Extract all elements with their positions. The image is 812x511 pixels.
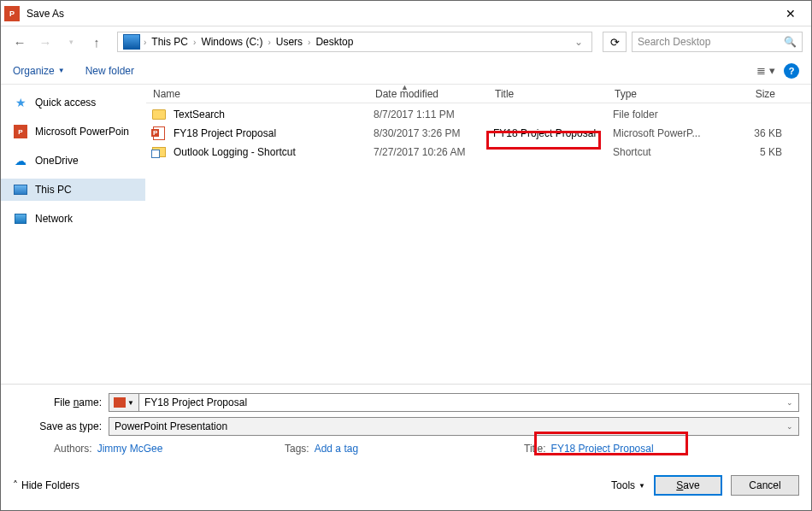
star-icon: ★ xyxy=(13,96,28,109)
file-row[interactable]: TextSearch 8/7/2017 1:11 PM File folder xyxy=(146,105,811,124)
new-folder-button[interactable]: New folder xyxy=(85,65,134,77)
file-name: FY18 Project Proposal xyxy=(174,127,374,139)
hide-folders-button[interactable]: ˄ Hide Folders xyxy=(13,479,79,491)
column-headers: ▲ Name Date modified Title Type Size xyxy=(146,85,811,103)
authors-value[interactable]: Jimmy McGee xyxy=(97,443,163,455)
file-row[interactable]: FY18 Project Proposal 8/30/2017 3:26 PM … xyxy=(146,124,811,143)
main-area: ★ Quick access P Microsoft PowerPoin ☁ O… xyxy=(1,85,811,384)
forward-button[interactable]: → xyxy=(35,32,56,52)
file-title: FY18 Project Proposal xyxy=(493,127,613,139)
toolbar: Organize ▼ New folder ≣ ▾ ? xyxy=(1,57,811,85)
sort-indicator-icon: ▲ xyxy=(401,83,409,91)
powerpoint-icon xyxy=(114,397,126,408)
sidebar-item-this-pc[interactable]: This PC xyxy=(1,179,145,201)
title-bar: P Save As ✕ xyxy=(1,1,811,26)
search-icon[interactable]: 🔍 xyxy=(784,36,797,48)
powerpoint-icon: P xyxy=(13,125,28,138)
authors-label: Authors: xyxy=(54,443,92,455)
column-title[interactable]: Title xyxy=(488,88,608,100)
file-modified: 8/7/2017 1:11 PM xyxy=(374,109,493,120)
sidebar-item-label: Microsoft PowerPoin xyxy=(35,126,129,138)
chevron-right-icon[interactable]: › xyxy=(268,38,270,47)
recent-dropdown[interactable]: ▾ xyxy=(61,32,81,52)
savetype-label: Save as type: xyxy=(13,420,109,432)
chevron-right-icon[interactable]: › xyxy=(193,38,196,47)
dropdown-icon: ▼ xyxy=(638,482,645,490)
file-row[interactable]: Outlook Logging - Shortcut 7/27/2017 10:… xyxy=(146,143,811,162)
file-modified: 7/27/2017 10:26 AM xyxy=(374,146,493,158)
chevron-right-icon[interactable]: › xyxy=(144,38,146,47)
savetype-select[interactable]: PowerPoint Presentation ⌄ xyxy=(109,417,799,436)
file-list: ▲ Name Date modified Title Type Size Tex… xyxy=(146,85,811,384)
sidebar-item-label: OneDrive xyxy=(35,155,79,167)
column-size[interactable]: Size xyxy=(714,88,782,100)
file-type: Shortcut xyxy=(613,146,719,158)
close-button[interactable]: ✕ xyxy=(774,1,808,26)
cancel-button[interactable]: Cancel xyxy=(731,475,799,496)
powerpoint-file-icon xyxy=(151,126,167,141)
sidebar-item-label: Network xyxy=(35,213,73,225)
organize-button[interactable]: Organize ▼ xyxy=(13,65,65,77)
cloud-icon: ☁ xyxy=(13,154,28,167)
sidebar-item-onedrive[interactable]: ☁ OneDrive xyxy=(1,150,145,172)
view-options-button[interactable]: ≣ ▾ xyxy=(756,64,775,77)
column-date-modified[interactable]: Date modified xyxy=(368,88,488,100)
refresh-button[interactable]: ⟳ xyxy=(603,32,627,52)
title-meta-value[interactable]: FY18 Project Proposal xyxy=(551,443,654,455)
address-bar[interactable]: › This PC › Windows (C:) › Users › Deskt… xyxy=(117,32,592,52)
address-expand-icon[interactable]: ⌄ xyxy=(571,36,586,48)
file-size: 5 KB xyxy=(719,146,782,158)
dropdown-icon[interactable]: ⌄ xyxy=(786,398,793,407)
breadcrumb-users[interactable]: Users xyxy=(274,36,304,48)
breadcrumb-desktop[interactable]: Desktop xyxy=(314,36,355,48)
breadcrumb-this-pc[interactable]: This PC xyxy=(150,36,190,48)
navigation-bar: ← → ▾ ↑ › This PC › Windows (C:) › Users… xyxy=(1,26,811,57)
dropdown-icon: ▼ xyxy=(127,399,134,407)
filename-label: File name: xyxy=(13,396,109,408)
tags-label: Tags: xyxy=(285,443,309,455)
column-type[interactable]: Type xyxy=(608,88,714,100)
network-icon xyxy=(13,212,28,226)
chevron-up-icon: ˄ xyxy=(13,479,18,491)
sidebar-item-quick-access[interactable]: ★ Quick access xyxy=(1,91,145,114)
file-type: Microsoft PowerP... xyxy=(613,127,719,139)
column-name[interactable]: Name xyxy=(146,88,368,100)
up-button[interactable]: ↑ xyxy=(86,32,107,52)
this-pc-icon xyxy=(123,34,140,50)
window-title: Save As xyxy=(26,8,774,20)
bottom-panel: File name: ▼ FY18 Project Proposal ⌄ Sav… xyxy=(1,384,811,506)
chevron-right-icon[interactable]: › xyxy=(308,38,310,47)
back-button[interactable]: ← xyxy=(9,32,30,52)
file-type: File folder xyxy=(613,109,719,120)
tags-value[interactable]: Add a tag xyxy=(315,443,358,455)
sidebar-item-network[interactable]: Network xyxy=(1,208,145,230)
shortcut-icon xyxy=(151,144,167,160)
file-name: TextSearch xyxy=(174,109,374,120)
file-modified: 8/30/2017 3:26 PM xyxy=(374,127,493,139)
breadcrumb-windows-c[interactable]: Windows (C:) xyxy=(199,36,264,48)
dropdown-icon: ▼ xyxy=(58,67,65,74)
sidebar-item-label: Quick access xyxy=(35,97,96,109)
title-meta-label: Title: xyxy=(524,443,546,455)
monitor-icon xyxy=(13,183,28,197)
save-button[interactable]: Save xyxy=(654,475,722,496)
sidebar-item-powerpoint[interactable]: P Microsoft PowerPoin xyxy=(1,120,145,143)
filename-input[interactable]: FY18 Project Proposal ⌄ xyxy=(139,393,799,412)
filetype-dropdown-button[interactable]: ▼ xyxy=(109,393,139,412)
dropdown-icon[interactable]: ⌄ xyxy=(786,422,793,431)
help-button[interactable]: ? xyxy=(784,63,799,79)
file-size: 36 KB xyxy=(719,127,782,139)
sidebar-item-label: This PC xyxy=(35,184,72,196)
tools-dropdown[interactable]: Tools ▼ xyxy=(611,479,645,491)
search-input[interactable]: Search Desktop 🔍 xyxy=(632,32,803,52)
sidebar: ★ Quick access P Microsoft PowerPoin ☁ O… xyxy=(1,85,146,384)
powerpoint-app-icon: P xyxy=(4,6,20,21)
search-placeholder: Search Desktop xyxy=(638,36,710,48)
file-name: Outlook Logging - Shortcut xyxy=(174,146,374,158)
folder-icon xyxy=(151,107,167,122)
